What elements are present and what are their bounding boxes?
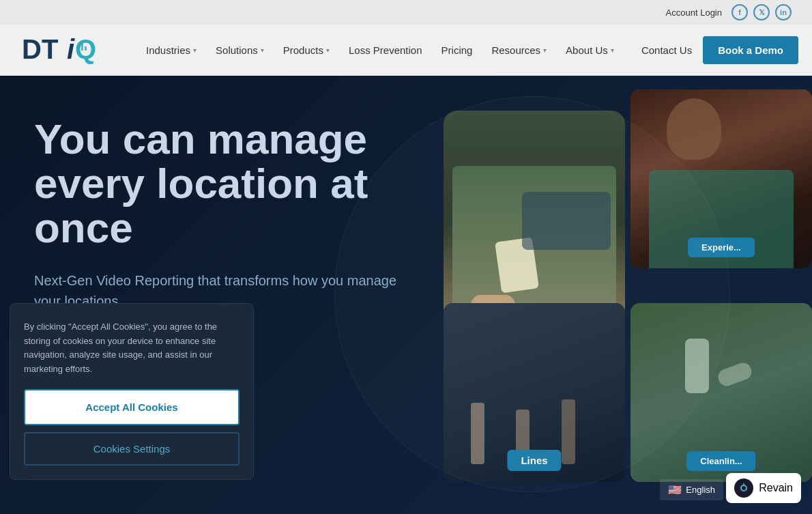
solutions-chevron-icon: ▾	[261, 46, 264, 54]
svg-text:DT: DT	[22, 34, 58, 64]
products-chevron-icon: ▾	[326, 46, 330, 54]
nav-products[interactable]: Products ▾	[274, 39, 339, 61]
navbar: DT i Q Industries ▾ Solutions ▾ Products…	[0, 25, 812, 76]
nav-industries[interactable]: Industries ▾	[136, 39, 206, 61]
logo[interactable]: DT i Q	[20, 30, 109, 70]
flag-icon: 🇺🇸	[668, 483, 682, 496]
top-bar: Account Login f 𝕏 in	[0, 0, 812, 25]
revain-icon	[734, 479, 753, 498]
about-chevron-icon: ▾	[611, 46, 614, 54]
nav-loss-prevention[interactable]: Loss Prevention	[339, 39, 432, 61]
nav-solutions[interactable]: Solutions ▾	[206, 39, 274, 61]
language-label: English	[686, 485, 715, 495]
resources-chevron-icon: ▾	[543, 46, 547, 54]
cookie-text: By clicking "Accept All Cookies", you ag…	[24, 320, 240, 377]
industries-chevron-icon: ▾	[193, 46, 197, 54]
svg-rect-4	[81, 41, 83, 51]
cookie-banner: By clicking "Accept All Cookies", you ag…	[10, 303, 254, 480]
contact-us-link[interactable]: Contact Us	[633, 39, 700, 61]
nav-pricing[interactable]: Pricing	[432, 39, 482, 61]
book-demo-button[interactable]: Book a Demo	[703, 36, 798, 64]
revain-label: Revain	[759, 482, 793, 494]
twitter-icon[interactable]: 𝕏	[753, 4, 770, 20]
cleanliness-badge: Cleanlin...	[686, 451, 755, 471]
account-login-link[interactable]: Account Login	[666, 8, 722, 18]
hero-section: You can manage every location at once Ne…	[0, 76, 812, 514]
nav-links: Industries ▾ Solutions ▾ Products ▾ Loss…	[136, 39, 633, 61]
cookies-settings-button[interactable]: Cookies Settings	[24, 432, 240, 466]
nav-about-us[interactable]: About Us ▾	[556, 39, 624, 61]
accept-cookies-button[interactable]: Accept All Cookies	[24, 389, 240, 425]
logo-svg: DT i Q	[20, 30, 109, 68]
linkedin-icon[interactable]: in	[775, 4, 792, 20]
svg-rect-5	[85, 46, 87, 51]
language-selector[interactable]: 🇺🇸 English	[660, 479, 723, 500]
svg-text:i: i	[67, 34, 75, 64]
svg-rect-3	[78, 44, 80, 51]
nav-right: Contact Us Book a Demo	[633, 36, 798, 64]
facebook-icon[interactable]: f	[731, 4, 748, 20]
hero-title: You can manage every location at once	[34, 117, 423, 250]
social-icons: f 𝕏 in	[731, 4, 792, 20]
nav-resources[interactable]: Resources ▾	[482, 39, 556, 61]
revain-badge[interactable]: Revain	[726, 473, 801, 503]
